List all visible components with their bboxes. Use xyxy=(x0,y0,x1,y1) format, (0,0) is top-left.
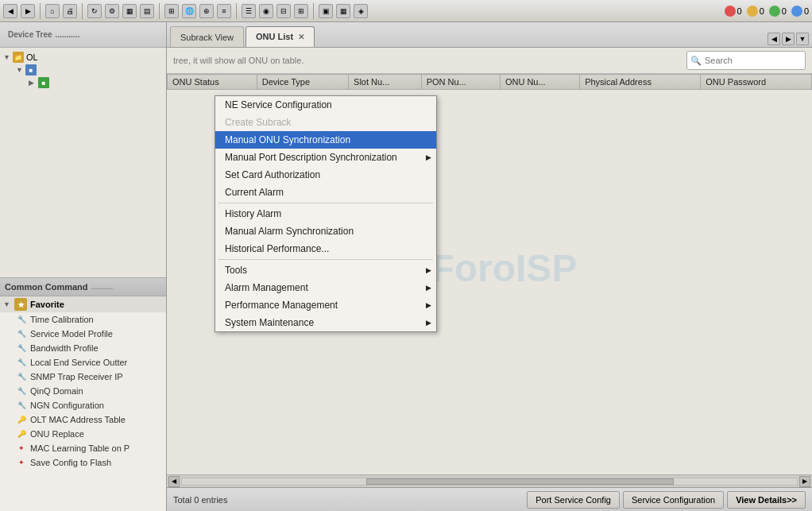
context-menu[interactable]: NE Service Configuration Create Subrack … xyxy=(215,95,437,332)
menu-item-set-card[interactable]: Set Card Authorization xyxy=(215,166,436,184)
menu-item-hist-perf[interactable]: Historical Performance... xyxy=(215,240,436,257)
col-physical-addr[interactable]: Physical Address xyxy=(580,75,701,90)
tree-item-root[interactable]: ▼ 📁 OL xyxy=(0,51,166,64)
col-device-type[interactable]: Device Type xyxy=(257,75,348,90)
col-pon-num[interactable]: PON Nu... xyxy=(421,75,500,90)
search-icon: 🔍 xyxy=(690,56,702,66)
col-onu-password[interactable]: ONU Password xyxy=(701,75,812,90)
extra-btn5[interactable]: ▣ xyxy=(319,4,333,18)
cc-label-7: OLT MAC Address Table xyxy=(30,415,126,424)
forward-btn[interactable]: ▶ xyxy=(21,4,35,18)
zoom-btn[interactable]: ⊕ xyxy=(199,4,214,18)
settings-btn[interactable]: ⚙ xyxy=(105,4,119,18)
cc-icon-0: 🔧 xyxy=(16,314,27,325)
win-btn-yellow[interactable]: 0 xyxy=(747,6,764,17)
win-btn-green[interactable]: 0 xyxy=(769,6,787,17)
cc-icon-8: 🔑 xyxy=(16,428,27,439)
tab-nav-buttons: ◀ ▶ ▼ xyxy=(768,33,809,47)
menu-item-perf-mgmt[interactable]: Performance Management xyxy=(215,296,436,314)
status-bar: Total 0 entries Port Service Config Serv… xyxy=(167,487,812,511)
tree-item-l2[interactable]: ▶ ■ xyxy=(0,76,166,89)
win-btn-red[interactable]: 0 xyxy=(725,6,742,17)
extra-btn3[interactable]: ⊟ xyxy=(276,4,291,18)
cc-icon-6: 🔧 xyxy=(16,400,27,411)
tab-prev-btn[interactable]: ◀ xyxy=(768,33,780,45)
scroll-right-btn[interactable]: ▶ xyxy=(799,476,810,487)
tab-onu-list[interactable]: ONU List ✕ xyxy=(246,26,315,47)
win-btn-blue[interactable]: 0 xyxy=(791,6,809,17)
menu-tools-label: Tools xyxy=(225,265,247,276)
web-btn[interactable]: 🌐 xyxy=(182,4,196,18)
tab-menu-btn[interactable]: ▼ xyxy=(796,33,809,45)
extra-btn7[interactable]: ◈ xyxy=(354,4,368,18)
view-details-label: View Details>> xyxy=(736,495,797,505)
grid-btn[interactable]: ⊞ xyxy=(164,4,179,18)
layout-btn[interactable]: ▤ xyxy=(140,4,154,18)
extra-btn1[interactable]: ☰ xyxy=(242,4,256,18)
back-btn[interactable]: ◀ xyxy=(3,4,17,18)
tab-close-icon[interactable]: ✕ xyxy=(298,33,304,41)
expand-icon: ▼ xyxy=(3,53,13,61)
menu-item-current-alarm[interactable]: Current Alarm xyxy=(215,184,436,201)
cc-item-9[interactable]: ✦ MAC Learning Table on P xyxy=(0,441,166,455)
menu-create-subrack-label: Create Subrack xyxy=(225,117,291,128)
monitor-btn[interactable]: ▦ xyxy=(122,4,137,18)
yellow-label: 0 xyxy=(760,6,764,16)
tree-item-l1[interactable]: ▼ ■ xyxy=(0,64,166,76)
red-label: 0 xyxy=(737,6,742,16)
h-scrollbar[interactable]: ◀ ▶ xyxy=(167,474,812,487)
watermark-text: ForoISP xyxy=(431,246,577,288)
menu-item-tools[interactable]: Tools xyxy=(215,261,436,279)
view-details-btn[interactable]: View Details>> xyxy=(727,491,806,509)
favorite-label: Favorite xyxy=(30,300,64,309)
tab-next-btn[interactable]: ▶ xyxy=(782,33,795,45)
cc-item-1[interactable]: 🔧 Service Model Profile xyxy=(0,327,166,341)
menu-item-ne-service[interactable]: NE Service Configuration xyxy=(215,96,436,114)
cc-item-0[interactable]: 🔧 Time Calibration xyxy=(0,312,166,327)
cc-icon-3: 🔧 xyxy=(16,357,27,368)
print-btn[interactable]: 🖨 xyxy=(63,4,77,18)
expand-icon-l2: ▶ xyxy=(29,79,38,87)
menu-item-manual-port[interactable]: Manual Port Description Synchronization xyxy=(215,149,436,166)
cc-item-5[interactable]: 🔧 QinQ Domain xyxy=(0,384,166,398)
common-command-label: Common Command xyxy=(5,282,88,292)
tb-sep-3 xyxy=(159,3,160,19)
extra-btn6[interactable]: ▦ xyxy=(336,4,350,18)
home-btn[interactable]: ⌂ xyxy=(45,4,60,18)
port-service-config-btn[interactable]: Port Service Config xyxy=(527,491,620,509)
scroll-left-btn[interactable]: ◀ xyxy=(168,476,180,487)
extra-btn2[interactable]: ◉ xyxy=(259,4,273,18)
cc-item-2[interactable]: 🔧 Bandwidth Profile xyxy=(0,341,166,355)
more-btn[interactable]: ≡ xyxy=(217,4,231,18)
menu-item-history-alarm[interactable]: History Alarm xyxy=(215,205,436,223)
green-circle xyxy=(769,6,780,17)
col-onu-num[interactable]: ONU Nu... xyxy=(500,75,579,90)
cc-item-10[interactable]: ✦ Save Config to Flash xyxy=(0,455,166,470)
extra-btn4[interactable]: ⊞ xyxy=(294,4,308,18)
cc-label-9: MAC Learning Table on P xyxy=(30,443,130,453)
menu-item-alarm-mgmt[interactable]: Alarm Management xyxy=(215,279,436,296)
cc-label-0: Time Calibration xyxy=(30,315,94,324)
common-command-divider[interactable]: Common Command ........... xyxy=(0,277,166,296)
menu-item-manual-onu[interactable]: Manual ONU Synchronization xyxy=(215,131,436,149)
service-configuration-btn[interactable]: Service Configuration xyxy=(623,491,724,509)
service-configuration-label: Service Configuration xyxy=(632,495,715,505)
menu-item-sys-maint[interactable]: System Maintenance xyxy=(215,314,436,331)
col-slot-num[interactable]: Slot Nu... xyxy=(349,75,422,90)
cc-item-4[interactable]: 🔧 SNMP Trap Receiver IP xyxy=(0,370,166,384)
favorite-section[interactable]: ▼ ★ Favorite xyxy=(0,296,166,312)
cc-item-7[interactable]: 🔑 OLT MAC Address Table xyxy=(0,412,166,427)
tab-subrack-view[interactable]: Subrack View xyxy=(170,26,244,47)
refresh-btn[interactable]: ↻ xyxy=(87,4,102,18)
search-input[interactable] xyxy=(705,56,792,65)
menu-item-manual-alarm[interactable]: Manual Alarm Synchronization xyxy=(215,223,436,240)
scroll-thumb[interactable] xyxy=(366,478,674,485)
cc-item-3[interactable]: 🔧 Local End Service Outter xyxy=(0,355,166,370)
cc-item-8[interactable]: 🔑 ONU Replace xyxy=(0,427,166,441)
col-onu-status[interactable]: ONU Status xyxy=(168,75,257,90)
cc-icon-1: 🔧 xyxy=(16,328,27,339)
search-box[interactable]: 🔍 xyxy=(686,51,806,70)
cc-item-6[interactable]: 🔧 NGN Configuration xyxy=(0,398,166,412)
menu-history-alarm-label: History Alarm xyxy=(225,208,281,219)
scroll-track[interactable] xyxy=(181,478,798,486)
